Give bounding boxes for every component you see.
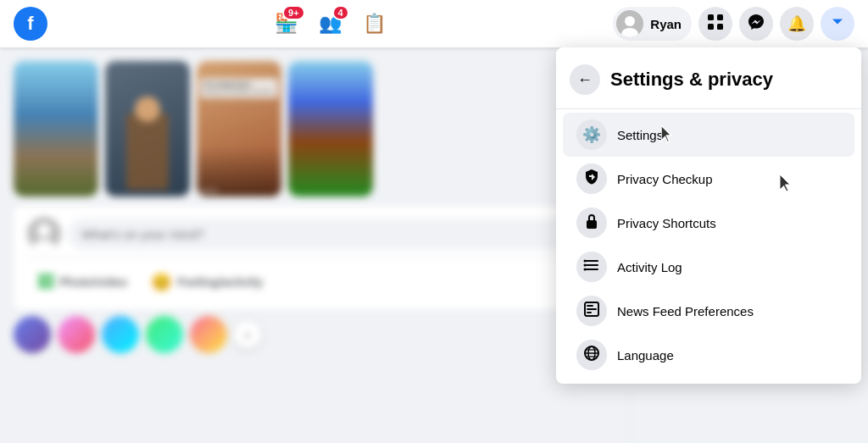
svg-rect-19 xyxy=(587,308,597,310)
feeling-label: Feeling/activity xyxy=(177,275,263,289)
topnav-center-nav: 🏪 9+ 👥 4 📋 xyxy=(266,3,395,44)
svg-rect-20 xyxy=(587,312,592,313)
svg-rect-3 xyxy=(708,14,714,20)
account-dropdown-button[interactable] xyxy=(821,7,854,41)
friend-avatar[interactable] xyxy=(146,316,183,353)
friends-nav-button[interactable]: 👥 4 xyxy=(310,3,351,44)
marketplace-badge: 9+ xyxy=(282,5,305,20)
svg-rect-13 xyxy=(585,269,598,270)
activity-log-icon-wrap xyxy=(576,252,607,282)
story-card[interactable] xyxy=(14,61,98,197)
status-actions-bar: 🖼 Photo/video 😊 Feeling/activity xyxy=(27,257,604,299)
marketplace-nav-button[interactable]: 🏪 9+ xyxy=(266,3,307,44)
photo-video-button[interactable]: 🖼 Photo/video xyxy=(27,265,137,299)
settings-label: Settings xyxy=(617,128,663,142)
menu-item-settings[interactable]: ⚙️ Settings xyxy=(563,113,854,157)
topnav-left: f xyxy=(14,7,47,41)
language-icon-wrap xyxy=(576,340,607,370)
stories-strip: The Independent Breaking news headlines … xyxy=(14,61,617,197)
svg-rect-10 xyxy=(587,220,597,229)
avatar xyxy=(616,10,643,37)
back-arrow-icon: ← xyxy=(577,71,593,89)
activity-log-label: Activity Log xyxy=(617,260,682,274)
privacy-shortcuts-icon-wrap xyxy=(576,208,607,238)
status-composer: What's on your mind? 🖼 Photo/video 😊 Fee… xyxy=(14,207,617,309)
globe-icon xyxy=(583,345,600,366)
top-navigation: f 🏪 9+ 👥 4 📋 Ryan xyxy=(0,0,868,47)
language-label: Language xyxy=(617,348,674,363)
facebook-logo: f xyxy=(14,7,47,41)
status-placeholder: What's on your mind? xyxy=(81,227,204,241)
user-profile-button[interactable]: Ryan xyxy=(613,7,692,41)
menu-item-privacy-shortcuts[interactable]: Privacy Shortcuts xyxy=(563,201,854,245)
gear-icon: ⚙️ xyxy=(582,125,601,144)
status-actions: 🖼 Photo/video 😊 Feeling/activity xyxy=(27,265,604,299)
svg-point-1 xyxy=(625,16,635,26)
svg-point-15 xyxy=(584,263,587,266)
status-input[interactable]: What's on your mind? xyxy=(68,219,604,250)
friend-avatar[interactable] xyxy=(14,316,51,353)
svg-rect-6 xyxy=(717,24,723,30)
user-name: Ryan xyxy=(650,17,682,31)
news-feed-preferences-label: News Feed Preferences xyxy=(617,304,754,318)
back-button[interactable]: ← xyxy=(570,64,600,95)
cursor-icon xyxy=(780,174,793,193)
lock-icon xyxy=(583,213,600,234)
messenger-button[interactable] xyxy=(739,7,773,41)
menu-item-news-feed-preferences[interactable]: News Feed Preferences xyxy=(563,289,854,333)
notifications-button[interactable]: 🔔 xyxy=(780,7,814,41)
chevron-right-icon: › xyxy=(246,328,250,341)
privacy-checkup-label: Privacy Checkup xyxy=(617,172,713,186)
dropdown-header: ← Settings & privacy xyxy=(556,54,861,109)
settings-privacy-dropdown: ← Settings & privacy ⚙️ Settings Privacy… xyxy=(556,47,861,384)
svg-rect-11 xyxy=(585,260,598,262)
grid-menu-button[interactable] xyxy=(698,7,732,41)
svg-rect-5 xyxy=(708,24,714,30)
svg-rect-18 xyxy=(587,305,593,307)
privacy-shortcuts-label: Privacy Shortcuts xyxy=(617,216,716,230)
lock-shield-icon xyxy=(583,169,600,190)
menu-item-language[interactable]: Language xyxy=(563,333,854,377)
feeling-activity-button[interactable]: 😊 Feeling/activity xyxy=(141,265,273,299)
menu-item-privacy-checkup[interactable]: Privacy Checkup xyxy=(563,157,854,201)
svg-rect-4 xyxy=(717,14,723,20)
grid-icon xyxy=(707,14,724,35)
center-content: The Independent Breaking news headlines … xyxy=(0,47,631,443)
news-icon: 📋 xyxy=(363,13,386,35)
story-card[interactable] xyxy=(105,61,190,197)
dropdown-title: Settings & privacy xyxy=(610,69,773,91)
photo-icon: 🖼 xyxy=(37,273,54,292)
news-feed-icon-wrap xyxy=(576,296,607,326)
story-card[interactable] xyxy=(288,61,373,197)
svg-point-8 xyxy=(37,224,51,237)
feeling-icon: 😊 xyxy=(151,272,172,292)
settings-icon-wrap: ⚙️ xyxy=(576,119,607,150)
bell-icon: 🔔 xyxy=(787,14,806,33)
story-card[interactable]: The Independent Breaking news headlines … xyxy=(197,61,281,197)
messenger-icon xyxy=(748,14,765,35)
svg-point-14 xyxy=(584,259,587,262)
avatar xyxy=(27,217,61,251)
news-nav-button[interactable]: 📋 xyxy=(354,3,395,44)
friend-avatar[interactable] xyxy=(102,316,139,353)
photo-label: Photo/video xyxy=(59,275,127,289)
friend-avatar[interactable] xyxy=(190,316,227,353)
chevron-down-icon xyxy=(831,15,844,33)
friend-avatar[interactable] xyxy=(58,316,95,353)
menu-item-activity-log[interactable]: Activity Log xyxy=(563,245,854,289)
status-input-row: What's on your mind? xyxy=(27,217,604,251)
news-feed-icon xyxy=(583,301,600,322)
topnav-right: Ryan 🔔 xyxy=(613,7,854,41)
friends-next-button[interactable]: › xyxy=(234,321,261,348)
friends-strip: › xyxy=(14,316,617,353)
privacy-checkup-icon-wrap xyxy=(576,163,607,194)
friends-badge: 4 xyxy=(332,5,349,20)
svg-rect-12 xyxy=(585,264,598,266)
svg-point-16 xyxy=(584,268,587,270)
list-icon xyxy=(583,257,600,278)
